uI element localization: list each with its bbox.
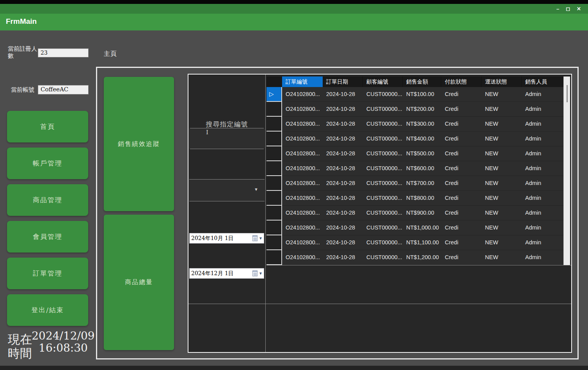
- grid-cell[interactable]: NT$1,000.00: [403, 221, 441, 235]
- table-row[interactable]: O24102800...2024-10-28CUST00000...NT$900…: [266, 206, 563, 221]
- grid-cell[interactable]: NEW: [481, 146, 522, 161]
- grid-cell[interactable]: O24102800...: [282, 117, 323, 132]
- grid-cell[interactable]: CUST00000...: [363, 146, 403, 161]
- table-row[interactable]: O24102800...2024-10-28CUST00000...NT$300…: [266, 117, 563, 132]
- column-header-sales-amount[interactable]: 銷售金額: [403, 76, 441, 87]
- row-header-cell[interactable]: [266, 132, 282, 146]
- nav-button-members[interactable]: 會員管理: [7, 221, 88, 253]
- grid-cell[interactable]: CUST00000...: [363, 132, 403, 146]
- grid-cell[interactable]: Admin: [522, 87, 563, 102]
- grid-cell[interactable]: O24102800...: [282, 132, 323, 146]
- grid-cell[interactable]: Admin: [522, 176, 563, 191]
- grid-cell[interactable]: 2024-10-28: [323, 87, 363, 102]
- grid-cell[interactable]: O24102800...: [282, 206, 323, 221]
- grid-cell[interactable]: Admin: [522, 221, 563, 235]
- grid-cell[interactable]: CUST00000...: [363, 102, 403, 117]
- search-input[interactable]: [189, 128, 265, 149]
- grid-cell[interactable]: Admin: [522, 117, 563, 132]
- grid-cell[interactable]: Credi: [441, 161, 481, 176]
- grid-cell[interactable]: Credi: [441, 132, 481, 146]
- grid-cell[interactable]: NT$400.00: [403, 132, 441, 146]
- row-header-cell[interactable]: [266, 102, 282, 117]
- column-header-order-id[interactable]: 訂單編號: [282, 76, 323, 87]
- nav-button-home[interactable]: 首頁: [7, 111, 88, 142]
- grid-cell[interactable]: NT$700.00: [403, 176, 441, 191]
- grid-cell[interactable]: CUST00000...: [363, 221, 403, 235]
- table-row[interactable]: O24102800...2024-10-28CUST00000...NT$400…: [266, 132, 563, 146]
- grid-cell[interactable]: 2024-10-28: [323, 102, 363, 117]
- grid-cell[interactable]: NT$300.00: [403, 117, 441, 132]
- date-from-dropdown-button[interactable]: ▼: [249, 235, 263, 242]
- grid-cell[interactable]: Credi: [441, 176, 481, 191]
- grid-cell[interactable]: 2024-10-28: [323, 176, 363, 191]
- close-icon[interactable]: ✕: [577, 4, 581, 14]
- column-header-sales-person[interactable]: 銷售人員: [522, 76, 563, 87]
- grid-corner-cell[interactable]: [266, 76, 282, 87]
- row-header-cell[interactable]: [266, 221, 282, 235]
- table-row[interactable]: ▷O24102800...2024-10-28CUST00000...NT$10…: [266, 87, 563, 102]
- grid-cell[interactable]: O24102800...: [282, 87, 323, 102]
- row-header-cell[interactable]: [266, 250, 282, 265]
- grid-cell[interactable]: O24102800...: [282, 250, 323, 265]
- grid-cell[interactable]: Credi: [441, 87, 481, 102]
- column-header-order-date[interactable]: 訂單日期: [323, 76, 363, 87]
- row-header-cell[interactable]: [266, 191, 282, 206]
- grid-cell[interactable]: 2024-10-28: [323, 221, 363, 235]
- grid-cell[interactable]: Admin: [522, 235, 563, 250]
- chevron-down-icon[interactable]: ▼: [254, 187, 258, 192]
- tab-home[interactable]: 主頁: [104, 50, 117, 58]
- grid-cell[interactable]: CUST00000...: [363, 87, 403, 102]
- row-indicator-cell[interactable]: ▷: [266, 87, 282, 102]
- grid-cell[interactable]: Admin: [522, 191, 563, 206]
- table-row[interactable]: O24102800...2024-10-28CUST00000...NT$600…: [266, 161, 563, 176]
- date-to-dropdown-button[interactable]: ▼: [249, 270, 263, 277]
- table-row[interactable]: O24102800...2024-10-28CUST00000...NT$800…: [266, 191, 563, 206]
- grid-cell[interactable]: CUST00000...: [363, 191, 403, 206]
- grid-cell[interactable]: NEW: [481, 221, 522, 235]
- row-header-cell[interactable]: [266, 176, 282, 191]
- grid-cell[interactable]: Admin: [522, 206, 563, 221]
- grid-cell[interactable]: Admin: [522, 102, 563, 117]
- grid-cell[interactable]: Credi: [441, 206, 481, 221]
- grid-cell[interactable]: NT$900.00: [403, 206, 441, 221]
- column-header-payment-status[interactable]: 付款狀態: [441, 76, 481, 87]
- row-header-cell[interactable]: [266, 117, 282, 132]
- sales-tracking-button[interactable]: 銷售績效追蹤: [104, 77, 174, 211]
- grid-cell[interactable]: O24102800...: [282, 176, 323, 191]
- grid-cell[interactable]: O24102800...: [282, 102, 323, 117]
- registered-count-field[interactable]: 23: [38, 48, 89, 57]
- grid-cell[interactable]: Credi: [441, 102, 481, 117]
- grid-cell[interactable]: NEW: [481, 235, 522, 250]
- grid-cell[interactable]: 2024-10-28: [323, 235, 363, 250]
- grid-cell[interactable]: 2024-10-28: [323, 191, 363, 206]
- row-header-cell[interactable]: [266, 206, 282, 221]
- grid-cell[interactable]: O24102800...: [282, 235, 323, 250]
- table-row[interactable]: O24102800...2024-10-28CUST00000...NT$700…: [266, 176, 563, 191]
- grid-cell[interactable]: Credi: [441, 191, 481, 206]
- grid-cell[interactable]: O24102800...: [282, 146, 323, 161]
- grid-cell[interactable]: Credi: [441, 235, 481, 250]
- grid-cell[interactable]: Admin: [522, 250, 563, 265]
- grid-cell[interactable]: 2024-10-28: [323, 161, 363, 176]
- nav-button-logout[interactable]: 登出/結束: [7, 294, 88, 326]
- grid-cell[interactable]: NEW: [481, 132, 522, 146]
- column-header-customer-id[interactable]: 顧客編號: [363, 76, 403, 87]
- grid-cell[interactable]: O24102800...: [282, 221, 323, 235]
- grid-cell[interactable]: Admin: [522, 132, 563, 146]
- grid-cell[interactable]: NT$1,200.00: [403, 250, 441, 265]
- grid-cell[interactable]: NEW: [481, 102, 522, 117]
- grid-cell[interactable]: NEW: [481, 161, 522, 176]
- grid-cell[interactable]: CUST00000...: [363, 117, 403, 132]
- grid-cell[interactable]: NT$1,100.00: [403, 235, 441, 250]
- grid-cell[interactable]: Admin: [522, 161, 563, 176]
- nav-button-accounts[interactable]: 帳戶管理: [7, 148, 88, 179]
- grid-cell[interactable]: 2024-10-28: [323, 250, 363, 265]
- row-header-cell[interactable]: [266, 146, 282, 161]
- grid-cell[interactable]: CUST00000...: [363, 250, 403, 265]
- grid-cell[interactable]: CUST00000...: [363, 235, 403, 250]
- date-from-picker[interactable]: 2024年10月 1日 ▼: [189, 233, 264, 244]
- column-header-shipping-status[interactable]: 運送狀態: [481, 76, 522, 87]
- maximize-icon[interactable]: ◻: [566, 4, 570, 14]
- grid-cell[interactable]: CUST00000...: [363, 176, 403, 191]
- grid-cell[interactable]: NEW: [481, 191, 522, 206]
